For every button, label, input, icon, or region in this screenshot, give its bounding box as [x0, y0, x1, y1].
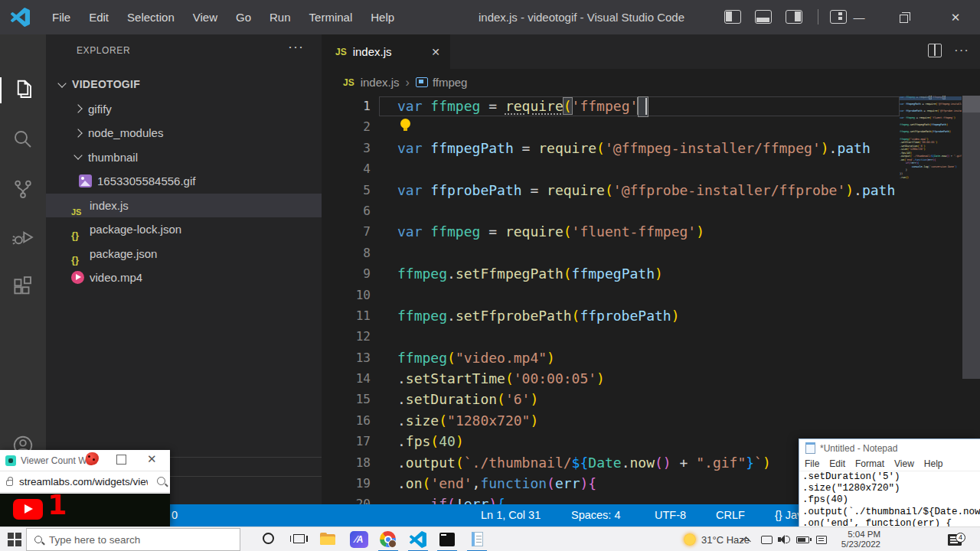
- status-spaces-4[interactable]: Spaces: 4: [571, 504, 621, 527]
- explorer-item-videotogif[interactable]: VIDEOTOGIF: [46, 73, 322, 97]
- menu-terminal[interactable]: Terminal: [300, 0, 362, 34]
- widget-title: Viewer Count Wid...: [21, 455, 87, 466]
- notepad-taskbar-icon[interactable]: [468, 531, 486, 548]
- line-number: 18: [322, 452, 372, 473]
- editor-actions: ···: [928, 44, 969, 57]
- tab-close-icon[interactable]: ✕: [427, 44, 444, 60]
- desktop: FileEditSelectionViewGoRunTerminalHelp i…: [0, 0, 980, 551]
- widget-titlebar[interactable]: Viewer Count Wid... ✕: [0, 450, 170, 471]
- vscode-taskbar-icon[interactable]: [410, 531, 428, 548]
- status-ln-1-col-31[interactable]: Ln 1, Col 31: [481, 504, 541, 527]
- explorer-item-package-lock.json[interactable]: package-lock.json: [46, 217, 322, 242]
- toggle-sidebar-icon[interactable]: [724, 10, 741, 24]
- code-line-3: var ffmpegPath = require('@ffmpeg-instal…: [397, 138, 900, 158]
- line-number: 12: [322, 326, 372, 347]
- menu-file[interactable]: File: [43, 0, 80, 34]
- vscode-logo-icon: [11, 8, 30, 27]
- editor-more-icon[interactable]: ···: [954, 44, 969, 57]
- notepad-window[interactable]: *Untitled - Notepad FileEditFormatViewHe…: [799, 439, 980, 527]
- action-center-icon[interactable]: 4: [948, 527, 962, 551]
- json-file-icon: [71, 223, 84, 236]
- purple-app-icon[interactable]: ⁄A: [350, 531, 368, 548]
- viewer-count-window[interactable]: Viewer Count Wid... ✕ streamlabs.com/wid…: [0, 450, 170, 527]
- explorer-item-index.js[interactable]: index.js: [46, 194, 322, 218]
- chevron-right-icon: [74, 129, 82, 137]
- notepad-menu-file[interactable]: File: [805, 458, 819, 469]
- widget-address-bar[interactable]: streamlabs.com/widgets/viewe...: [0, 471, 170, 493]
- notepad-text-area[interactable]: .setDuration('5').size("980x551").fps(4…: [799, 471, 980, 527]
- clock[interactable]: 5:04 PM 5/23/2022: [836, 527, 880, 551]
- search-icon[interactable]: [11, 128, 34, 151]
- notification-badge: 4: [956, 533, 965, 543]
- code-line-11: ffmpeg.setFfprobePath(ffprobePath): [397, 305, 900, 326]
- volume-icon[interactable]: [778, 527, 790, 551]
- code-line-9: ffmpeg.setFfmpegPath(ffmpegPath): [397, 263, 900, 284]
- toggle-panel-icon[interactable]: [755, 10, 772, 24]
- file-explorer-icon[interactable]: [318, 531, 337, 548]
- code-line-16: .size("980x551"): [397, 410, 900, 431]
- terminal-icon[interactable]: [438, 531, 456, 548]
- problems-count[interactable]: 0: [172, 504, 178, 527]
- explorer-item-gifify[interactable]: gifify: [46, 97, 322, 122]
- breadcrumb-symbol[interactable]: ffmpeg: [433, 76, 468, 89]
- minimize-button[interactable]: —: [841, 0, 877, 34]
- widget-maximize-icon[interactable]: [116, 455, 126, 465]
- source-control-icon[interactable]: [11, 178, 34, 201]
- battery-icon[interactable]: [796, 527, 809, 551]
- line-number: 5: [322, 180, 372, 201]
- explorer-item-package.json[interactable]: package.json: [46, 242, 322, 266]
- line-number: 14: [322, 368, 372, 389]
- breadcrumb-file[interactable]: index.js: [361, 76, 400, 89]
- notepad-titlebar[interactable]: *Untitled - Notepad: [799, 439, 980, 457]
- task-view-icon[interactable]: [289, 531, 308, 548]
- notepad-menu-edit[interactable]: Edit: [829, 458, 845, 469]
- run-debug-icon[interactable]: [11, 226, 34, 249]
- tab-label: index.js: [353, 45, 392, 58]
- tablet-mode-icon[interactable]: [761, 527, 773, 551]
- chrome-icon[interactable]: [379, 531, 397, 548]
- menu-view[interactable]: View: [184, 0, 227, 34]
- close-button[interactable]: ✕: [938, 0, 973, 34]
- menu-go[interactable]: Go: [227, 0, 260, 34]
- explorer-item-thumbnail[interactable]: thumbnail: [46, 145, 322, 170]
- minimap[interactable]: var ffmpeg = require('ffmpeg')var ffmpeg…: [900, 96, 962, 249]
- explorer-item-1653305584556.gif[interactable]: 1653305584556.gif: [46, 169, 322, 194]
- weather-icon[interactable]: [684, 527, 696, 551]
- network-icon[interactable]: [816, 527, 827, 551]
- toggle-secondary-sidebar-icon[interactable]: [786, 10, 802, 24]
- widget-close-icon[interactable]: ✕: [147, 452, 157, 466]
- tray-expand-icon[interactable]: [744, 527, 751, 551]
- explorer-icon[interactable]: [11, 78, 34, 101]
- json-file-icon: [71, 247, 84, 260]
- split-editor-icon[interactable]: [928, 44, 942, 57]
- explorer-item-node_modules[interactable]: node_modules: [46, 121, 322, 145]
- menu-run[interactable]: Run: [260, 0, 300, 34]
- menu-help[interactable]: Help: [361, 0, 403, 34]
- status-utf-8[interactable]: UTF-8: [655, 504, 686, 527]
- menu-selection[interactable]: Selection: [118, 0, 184, 34]
- explorer-more-icon[interactable]: ···: [288, 39, 304, 55]
- breadcrumb-separator: ›: [406, 76, 410, 90]
- restore-button[interactable]: [886, 0, 921, 34]
- notepad-menubar: FileEditFormatViewHelp: [799, 457, 980, 471]
- taskbar-search[interactable]: Type here to search: [26, 528, 240, 551]
- notepad-menu-format[interactable]: Format: [855, 458, 884, 469]
- line-number: 10: [322, 285, 372, 305]
- start-button-icon[interactable]: [8, 533, 21, 546]
- code-line-15: .setDuration('6'): [397, 389, 900, 409]
- zoom-icon[interactable]: [157, 477, 165, 485]
- status-crlf[interactable]: CRLF: [716, 504, 745, 527]
- date: 5/23/2022: [841, 540, 880, 549]
- extensions-icon[interactable]: [11, 275, 34, 298]
- cortana-icon[interactable]: [259, 531, 277, 548]
- menu-edit[interactable]: Edit: [80, 0, 118, 34]
- line-number: 13: [322, 347, 372, 368]
- notepad-menu-help[interactable]: Help: [924, 458, 943, 469]
- tab-indexjs[interactable]: JS index.js ✕: [322, 34, 450, 69]
- line-number: 20: [322, 494, 372, 504]
- line-number: 3: [322, 138, 372, 158]
- notepad-menu-view[interactable]: View: [894, 458, 914, 469]
- widget-url[interactable]: streamlabs.com/widgets/viewe...: [19, 476, 148, 487]
- lightbulb-icon[interactable]: [400, 119, 410, 132]
- explorer-item-video.mp4[interactable]: video.mp4: [46, 266, 322, 290]
